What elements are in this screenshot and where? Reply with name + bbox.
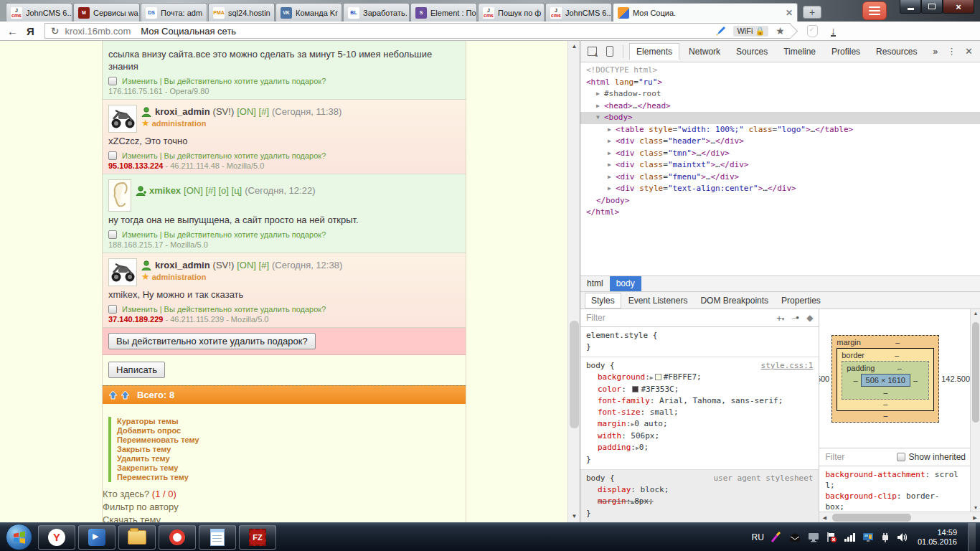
dom-node-body-selected[interactable]: ▼<body> — [580, 112, 980, 124]
select-post-checkbox[interactable] — [108, 151, 117, 160]
screen-resolution-icon[interactable] — [862, 532, 874, 542]
scroll-down-icon[interactable]: ▼ — [971, 505, 980, 510]
taskbar-opera[interactable] — [159, 525, 196, 550]
write-button[interactable]: Написать — [108, 362, 165, 378]
tab-vk-team[interactable]: VK Команда Kr — [275, 3, 342, 22]
arrow-up-icon[interactable] — [108, 390, 118, 400]
tab-element[interactable]: S Element : По — [410, 3, 477, 22]
wifi-badge[interactable]: WiFi 🔒 — [733, 26, 768, 37]
filter-author-link[interactable]: Фильтр по автору — [103, 501, 179, 514]
devtools-tab-sources[interactable]: Sources — [730, 43, 774, 60]
tab-search-forum[interactable]: Jcms Пошук по ф — [478, 3, 545, 22]
css-rule-element-style[interactable]: element.style { } — [580, 327, 819, 357]
select-post-checkbox[interactable] — [108, 305, 117, 314]
user-links[interactable]: [ON] [#] — [237, 106, 269, 117]
tab-services[interactable]: M Сервисы wa — [73, 3, 140, 22]
scroll-up-icon[interactable]: ▲ — [971, 311, 980, 316]
username[interactable]: kroxi_admin — [155, 260, 210, 270]
tab-properties[interactable]: Properties — [776, 293, 826, 308]
back-icon[interactable]: ← — [7, 25, 18, 37]
dom-node-html-close[interactable]: </html> — [580, 207, 980, 219]
dom-node-div-tmn[interactable]: ▶<div class="tmn">…</div> — [580, 148, 980, 160]
turbo-rocket-icon[interactable] — [715, 25, 726, 37]
scroll-up-icon[interactable]: ▲ — [568, 41, 580, 52]
devtools-tab-resources[interactable]: Resources — [870, 43, 923, 60]
collapse-icon[interactable]: ▼ — [596, 112, 604, 124]
tab-social-network-active[interactable]: Моя Социа. ✕ — [613, 3, 798, 22]
vertical-scrollbar[interactable]: ▲ ▼ — [970, 309, 980, 512]
taskbar-explorer[interactable] — [118, 525, 156, 550]
styles-filter-input[interactable]: Filter — [586, 313, 606, 323]
maximize-button[interactable] — [921, 0, 943, 14]
tab-dom-breakpoints[interactable]: DOM Breakpoints — [694, 293, 774, 308]
taskbar-clock[interactable]: 14:59 01.05.2016 — [918, 528, 957, 547]
tab-close-icon[interactable]: ✕ — [786, 8, 793, 18]
scroll-right-icon[interactable]: ▶ — [970, 512, 980, 523]
user-links[interactable]: [ON] [#] [о] [ц] — [184, 185, 242, 196]
dom-node-doctype[interactable]: <!DOCTYPE html> — [580, 65, 980, 77]
menu-curators[interactable]: Кураторы темы — [117, 417, 466, 426]
new-style-rule-icon[interactable]: + — [776, 313, 784, 324]
punto-pen-icon[interactable] — [771, 532, 782, 543]
browser-menu-button[interactable] — [862, 1, 887, 20]
taskbar-notepad[interactable] — [199, 525, 236, 550]
menu-move-topic[interactable]: Переместить тему — [117, 473, 466, 482]
expand-icon[interactable]: ▶ — [608, 183, 616, 195]
mail-agent-icon[interactable] — [788, 532, 801, 542]
select-post-checkbox[interactable] — [108, 77, 117, 85]
scrollbar-thumb[interactable] — [832, 514, 911, 522]
dom-node-div-center[interactable]: ▶<div style="text-align:center">…</div> — [580, 183, 980, 195]
devtools-menu-icon[interactable]: ⋮ — [947, 46, 956, 57]
tab-styles[interactable]: Styles — [585, 293, 621, 309]
close-button[interactable]: × — [943, 0, 974, 14]
toggle-element-state-icon[interactable]: ◆ — [806, 313, 813, 323]
dom-node-html[interactable]: <html lang="ru"> — [580, 77, 980, 89]
start-button[interactable] — [6, 524, 32, 550]
tab-sql24[interactable]: PMA sql24.hostin — [208, 3, 275, 22]
minimize-button[interactable] — [900, 0, 921, 14]
breadcrumb-html[interactable]: html — [580, 276, 610, 291]
expand-icon[interactable]: ▶ — [608, 124, 616, 136]
avatar-motorcycle[interactable] — [108, 105, 137, 133]
post-actions-link[interactable]: Изменить | Вы действительно хотите удали… — [122, 305, 326, 314]
action-center-flag-icon[interactable] — [826, 532, 837, 542]
devtools-tab-profiles[interactable]: Profiles — [825, 43, 867, 60]
inspect-element-icon[interactable] — [585, 44, 600, 59]
new-tab-button[interactable]: + — [803, 6, 821, 19]
language-indicator[interactable]: RU — [752, 532, 764, 542]
horizontal-scrollbar[interactable]: ◀ ▶ — [819, 512, 980, 522]
omnibox[interactable]: ↻ kroxi.16mb.com Моя Социальная сеть WiF… — [44, 23, 791, 39]
post-actions-link[interactable]: Изменить | Вы действительно хотите удали… — [122, 151, 326, 160]
expand-icon[interactable]: ▶ — [608, 171, 616, 184]
select-post-checkbox[interactable] — [108, 230, 117, 239]
who-here-link[interactable]: Кто здесь? — [103, 488, 149, 501]
dom-node-body-close[interactable]: </body> — [580, 195, 980, 207]
tab-johncms-1[interactable]: Jcms JohnCMS 6.. — [6, 3, 72, 22]
scroll-down-icon[interactable]: ▼ — [568, 511, 580, 522]
device-mode-icon[interactable] — [603, 44, 618, 59]
scroll-left-icon[interactable]: ◀ — [819, 512, 829, 523]
taskbar-filezilla[interactable]: FZ — [239, 525, 276, 550]
expand-icon[interactable]: ▶ — [608, 159, 616, 171]
display-icon[interactable] — [808, 532, 819, 542]
dom-node-head[interactable]: ▶<head>…</head> — [580, 100, 980, 113]
expand-icon[interactable]: ▶ — [596, 100, 604, 113]
pin-icon[interactable]: 📍︎ — [790, 312, 801, 324]
menu-rename-topic[interactable]: Переименовать тему — [117, 435, 466, 445]
tab-event-listeners[interactable]: Event Listeners — [623, 293, 694, 308]
dom-node-shadow-root[interactable]: ▶#shadow-root — [580, 88, 980, 100]
confirm-delete-button[interactable]: Вы действительно хотите удалить подарок? — [108, 333, 316, 349]
devtools-tab-overflow[interactable]: » — [926, 43, 944, 60]
protect-shield-icon[interactable] — [807, 25, 818, 37]
tab-johncms-2[interactable]: Jcms JohnCMS 6.. — [545, 3, 612, 22]
reload-icon[interactable]: ↻ — [51, 25, 60, 37]
computed-filter-input[interactable]: Filter — [825, 452, 844, 462]
tab-mail[interactable]: DS Почта: adm — [141, 3, 207, 22]
menu-close-topic[interactable]: Закрыть тему — [117, 445, 466, 454]
expand-icon[interactable]: ▶ — [608, 148, 616, 160]
breadcrumb-body[interactable]: body — [610, 276, 641, 291]
devtools-close-icon[interactable]: ✕ — [965, 46, 973, 57]
menu-pin-topic[interactable]: Закрепить тему — [117, 463, 466, 473]
devtools-tab-elements[interactable]: Elements — [629, 43, 679, 60]
devtools-tab-network[interactable]: Network — [682, 43, 727, 60]
